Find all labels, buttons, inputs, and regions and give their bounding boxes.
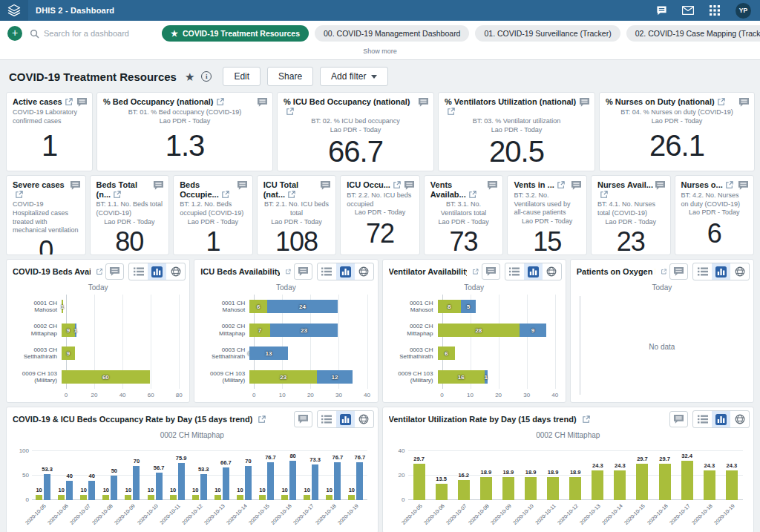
comment-icon[interactable] <box>418 97 429 108</box>
messages-icon[interactable] <box>682 4 694 16</box>
bar[interactable] <box>569 477 581 500</box>
chart-view-button[interactable] <box>336 263 355 280</box>
external-link-icon[interactable] <box>222 191 229 198</box>
external-link-icon[interactable] <box>661 268 666 275</box>
external-link-icon[interactable] <box>393 181 401 188</box>
bar[interactable] <box>334 462 341 500</box>
bar[interactable] <box>223 467 229 500</box>
info-icon[interactable]: i <box>201 71 212 82</box>
bar[interactable] <box>356 462 363 500</box>
bar[interactable] <box>125 495 131 500</box>
chart-view-button[interactable] <box>524 263 543 280</box>
bar[interactable] <box>80 495 87 500</box>
bar[interactable] <box>681 461 693 500</box>
bar[interactable] <box>88 481 95 500</box>
bar[interactable] <box>259 495 266 500</box>
dashboard-chip-3[interactable]: 02. COVID-19 Case Mapping (Tracker) <box>626 25 760 42</box>
comment-icon[interactable] <box>298 266 309 277</box>
comment-icon[interactable] <box>109 266 120 277</box>
table-view-button[interactable] <box>505 263 524 280</box>
show-more-link[interactable]: Show more <box>0 46 760 59</box>
bar[interactable] <box>192 495 199 500</box>
external-link-icon[interactable] <box>286 268 291 275</box>
bar[interactable] <box>525 477 537 500</box>
dashboard-chip-1[interactable]: 00. COVID-19 Management Dashboard <box>315 25 469 42</box>
comment-icon[interactable] <box>485 266 497 277</box>
external-link-icon[interactable] <box>16 191 23 198</box>
comment-icon[interactable] <box>655 180 666 191</box>
comment-icon[interactable] <box>257 97 268 108</box>
bar[interactable] <box>170 495 177 500</box>
bar[interactable] <box>614 470 626 500</box>
external-link-icon[interactable] <box>583 416 590 423</box>
comment-icon[interactable] <box>738 97 750 108</box>
bar[interactable] <box>726 470 738 500</box>
table-view-button[interactable] <box>318 263 336 280</box>
bar[interactable] <box>312 464 318 500</box>
bar[interactable] <box>547 477 559 500</box>
bar[interactable] <box>304 495 310 500</box>
table-view-button[interactable] <box>693 263 712 280</box>
comment-icon[interactable] <box>153 180 164 191</box>
user-avatar[interactable]: YP <box>736 3 751 19</box>
bar[interactable] <box>636 464 648 500</box>
comment-button[interactable] <box>669 263 688 280</box>
bar[interactable] <box>133 466 140 500</box>
map-view-button[interactable] <box>730 263 749 280</box>
star-icon[interactable]: ★ <box>185 71 194 82</box>
table-view-button[interactable] <box>693 411 712 427</box>
share-button[interactable]: Share <box>267 67 313 86</box>
external-link-icon[interactable] <box>114 191 121 198</box>
comment-icon[interactable] <box>673 414 684 424</box>
external-link-icon[interactable] <box>600 191 608 198</box>
external-link-icon[interactable] <box>469 191 476 198</box>
comment-icon[interactable] <box>673 266 684 277</box>
bar[interactable] <box>102 495 109 500</box>
chart-view-button[interactable] <box>712 411 730 427</box>
comment-icon[interactable] <box>738 180 749 191</box>
table-view-button[interactable] <box>318 411 336 427</box>
bar[interactable] <box>214 495 221 500</box>
bar[interactable] <box>178 463 185 500</box>
dashboard-chip-2[interactable]: 01. COVID-19 Surveillance (Tracker) <box>475 25 620 42</box>
comment-icon[interactable] <box>70 180 81 191</box>
new-dashboard-button[interactable]: + <box>7 26 22 41</box>
external-link-icon[interactable] <box>65 98 73 105</box>
comment-icon[interactable] <box>298 414 309 424</box>
add-filter-button[interactable]: Add filter <box>320 67 388 86</box>
bar[interactable] <box>36 495 42 500</box>
external-link-icon[interactable] <box>473 268 479 275</box>
comment-icon[interactable] <box>487 180 498 191</box>
bar[interactable] <box>156 473 163 500</box>
external-link-icon[interactable] <box>448 108 455 115</box>
chart-view-button[interactable] <box>148 263 166 280</box>
comment-button[interactable] <box>482 263 500 280</box>
bar[interactable] <box>267 462 274 500</box>
external-link-icon[interactable] <box>286 108 294 115</box>
map-view-button[interactable] <box>166 263 185 280</box>
bar[interactable] <box>148 495 154 500</box>
bar[interactable] <box>237 495 243 500</box>
dashboard-chip-0[interactable]: ★COVID-19 Treatment Resources <box>162 25 309 42</box>
bar[interactable] <box>289 461 296 500</box>
edit-button[interactable]: Edit <box>223 67 261 86</box>
bar[interactable] <box>111 476 117 500</box>
comment-button[interactable] <box>105 263 124 280</box>
map-view-button[interactable] <box>355 263 373 280</box>
bar[interactable] <box>281 495 288 500</box>
external-link-icon[interactable] <box>96 268 102 275</box>
apps-menu-icon[interactable] <box>709 4 721 16</box>
bar[interactable] <box>458 480 470 500</box>
external-link-icon[interactable] <box>557 181 565 188</box>
bar[interactable] <box>502 477 514 500</box>
bar[interactable] <box>480 477 492 500</box>
map-view-button[interactable] <box>543 263 561 280</box>
bar[interactable] <box>326 495 332 500</box>
comment-button[interactable] <box>294 411 312 427</box>
bar[interactable] <box>245 466 252 500</box>
comment-button[interactable] <box>669 411 688 427</box>
chart-view-button[interactable] <box>712 263 730 280</box>
bar[interactable] <box>200 474 207 500</box>
comment-icon[interactable] <box>404 180 415 191</box>
external-link-icon[interactable] <box>258 416 266 423</box>
